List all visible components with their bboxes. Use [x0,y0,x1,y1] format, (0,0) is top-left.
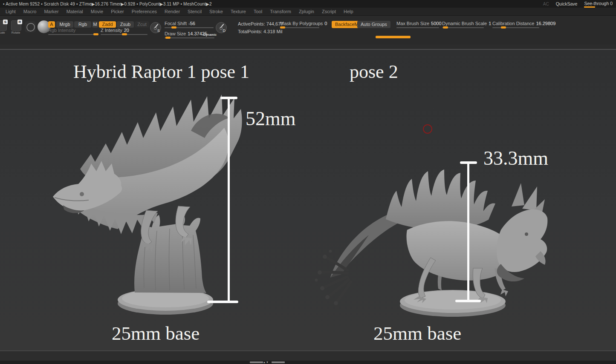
menu-render[interactable]: Render [161,9,184,14]
top-shelf-toolbar: S Scale R Rotate A Mrgb Rgb M Zadd Zsub … [0,16,616,45]
menu-bar: Light Macro Marker Material Movie Picker… [0,8,616,16]
see-through-slider[interactable]: See-through 0 [584,1,613,7]
calibration-distance-slider[interactable]: Calibration Distance16.29809 [492,21,539,28]
pose2-height-label: 33.3mm [483,147,548,169]
dynamic-mode-label[interactable]: Dynamic [203,33,217,37]
menu-stencil[interactable]: Stencil [184,9,205,14]
rotate-label: Rotate [8,31,23,34]
menu-help[interactable]: Help [340,9,357,14]
scale-icon[interactable]: S [0,20,7,31]
anchor-a-button[interactable]: A [48,21,55,28]
menu-texture[interactable]: Texture [227,9,250,14]
ac-label: AC [543,2,549,6]
menu-light[interactable]: Light [2,9,20,14]
tray-toggle-arrows[interactable]: ▲▼ [263,361,269,364]
focal-shift-nub[interactable] [171,26,176,29]
dial-dot-glyph [154,27,157,30]
dial-dot-glyph [220,27,223,30]
pose2-title: pose 2 [350,61,398,83]
menu-material[interactable]: Material [63,9,87,14]
total-points-readout: TotalPoints: 4.318 Mil [238,29,283,34]
rotate-icon[interactable]: R [11,20,21,31]
brush-cursor-marker [423,124,432,134]
status-bar-right: AC QuickSave See-through 0 [543,0,613,8]
brush-stroke-s-icon[interactable]: S [150,22,161,33]
max-brush-size-slider[interactable]: Max Brush Size5000 [396,21,439,28]
m-button[interactable]: M [92,21,98,28]
z-intensity-slider[interactable]: Z Intensity20 [101,28,147,35]
dynamic-brush-scale-nub[interactable] [443,26,448,29]
menu-marker[interactable]: Marker [40,9,62,14]
canvas-lower-strip [0,350,616,361]
active-points-readout: ActivePoints: 744,677 [238,21,283,26]
pose2-raptor-model [311,166,550,321]
menu-movie[interactable]: Movie [87,9,107,14]
menu-zplugin[interactable]: Zplugin [295,9,318,14]
tray-divider-handle-right[interactable] [272,361,285,363]
zsub-button[interactable]: Zsub [117,21,134,28]
menu-preferences[interactable]: Preferences [128,9,161,14]
tray-up-arrow-icon: ▲ [263,361,266,364]
draw-size-nub[interactable] [165,37,171,39]
bottom-tray-bar: ▲▼ [0,361,616,364]
menu-zscript[interactable]: Zscript [318,9,340,14]
tray-divider-handle-left[interactable] [250,361,263,363]
mask-by-polygroups-slider[interactable]: Mask By Polygroups0 [280,21,319,28]
menu-macro[interactable]: Macro [20,9,40,14]
document-canvas[interactable]: Hybrid Raptor 1 pose 1 pose 2 52mm 33.3m… [0,50,616,350]
menu-picker[interactable]: Picker [107,9,128,14]
scale-label: Scale [0,31,9,34]
pose1-title: Hybrid Raptor 1 pose 1 [73,61,249,83]
pose1-base-label: 25mm base [112,322,200,344]
tray-down-arrow-icon: ▼ [266,361,269,364]
toolbar-lower-strip [0,45,616,50]
memory-stats-text: • Active Mem 9252 • Scratch Disk 49 • ZT… [3,2,212,6]
zadd-button[interactable]: Zadd [99,21,116,28]
stroke-picker-icon[interactable] [25,21,36,32]
z-intensity-nub[interactable] [122,33,127,35]
pose2-measure-bottom-cap [455,300,481,302]
quicksave-button[interactable]: QuickSave [556,1,578,6]
mask-by-polygroups-nub[interactable] [280,26,285,29]
pose1-raptor-model [50,90,246,320]
menu-tool[interactable]: Tool [250,9,266,14]
rgb-button[interactable]: Rgb [74,21,91,28]
menu-transform[interactable]: Transform [266,9,295,14]
pose1-measure-line [228,98,230,303]
stroke-circle-glyph [26,23,35,32]
zcut-button[interactable]: Zcut [135,21,149,28]
focal-shift-slider[interactable]: Focal Shift-56 [165,21,214,28]
menu-stroke[interactable]: Stroke [205,9,227,14]
mrgb-button[interactable]: Mrgb [56,21,73,28]
status-bar: • Active Mem 9252 • Scratch Disk 49 • ZT… [0,0,616,8]
auto-groups-button[interactable]: Auto Groups [357,21,390,28]
calibration-distance-nub[interactable] [501,26,506,29]
rgb-intensity-nub[interactable] [93,33,98,35]
shelf-progress-indicator [376,36,411,38]
brush-stroke-d-icon[interactable]: D [216,22,227,33]
pose1-measure-bottom-cap [207,301,238,303]
rgb-intensity-slider[interactable]: Rgb Intensity [48,28,98,35]
dynamic-brush-scale-slider[interactable]: Dynamic Brush Scale1 [442,21,484,28]
pose2-measure-line [467,163,469,302]
pose1-height-label: 52mm [246,107,296,130]
pose2-base-label: 25mm base [373,322,461,344]
